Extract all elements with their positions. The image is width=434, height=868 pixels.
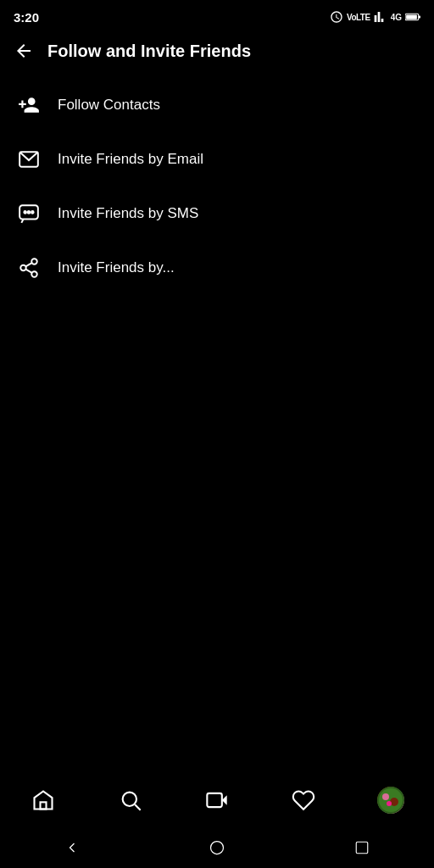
home-icon xyxy=(31,788,55,812)
follow-contacts-item[interactable]: Follow Contacts xyxy=(0,78,434,132)
android-back-button[interactable] xyxy=(47,831,97,865)
svg-rect-2 xyxy=(419,16,420,19)
status-icons: VoLTE 4G xyxy=(330,10,420,24)
invite-other-label: Invite Friends by... xyxy=(58,259,175,276)
android-nav xyxy=(0,827,434,868)
battery-icon xyxy=(405,12,420,22)
android-recent-button[interactable] xyxy=(337,831,387,865)
invite-sms-item[interactable]: Invite Friends by SMS xyxy=(0,186,434,241)
nav-search[interactable] xyxy=(109,783,152,817)
follow-contacts-label: Follow Contacts xyxy=(58,97,160,114)
bottom-nav xyxy=(0,773,434,827)
svg-rect-24 xyxy=(356,842,368,854)
svg-point-9 xyxy=(20,265,26,271)
svg-line-15 xyxy=(135,804,140,810)
svg-point-20 xyxy=(382,793,389,800)
back-button[interactable] xyxy=(14,41,34,61)
svg-point-14 xyxy=(122,793,136,806)
svg-point-10 xyxy=(31,271,37,277)
video-icon xyxy=(205,788,229,812)
nav-video[interactable] xyxy=(196,783,238,817)
nav-profile[interactable] xyxy=(370,783,412,817)
signal-icon xyxy=(374,10,387,24)
invite-other-item[interactable]: Invite Friends by... xyxy=(0,241,434,295)
menu-list: Follow Contacts Invite Friends by Email … xyxy=(0,71,434,302)
status-time: 3:20 xyxy=(14,10,39,25)
page-title: Follow and Invite Friends xyxy=(47,42,251,61)
heart-icon xyxy=(292,788,315,812)
svg-line-11 xyxy=(25,270,31,273)
search-icon xyxy=(119,788,142,812)
nav-home[interactable] xyxy=(22,783,64,817)
svg-point-8 xyxy=(31,259,37,264)
alarm-icon xyxy=(330,10,343,24)
svg-point-5 xyxy=(24,211,26,214)
svg-rect-13 xyxy=(41,802,47,809)
volte-icon: VoLTE xyxy=(347,13,370,22)
svg-point-7 xyxy=(31,211,34,214)
svg-rect-1 xyxy=(406,14,417,19)
android-home-button[interactable] xyxy=(192,831,242,865)
invite-email-label: Invite Friends by Email xyxy=(58,151,203,168)
invite-sms-label: Invite Friends by SMS xyxy=(58,205,198,222)
svg-point-23 xyxy=(210,842,223,854)
sms-icon xyxy=(17,202,41,225)
nav-likes[interactable] xyxy=(282,783,325,817)
add-person-icon xyxy=(17,93,41,117)
4g-icon: 4G xyxy=(391,13,402,22)
svg-rect-16 xyxy=(207,793,222,807)
share-icon xyxy=(17,256,41,280)
avatar xyxy=(377,787,404,814)
invite-email-item[interactable]: Invite Friends by Email xyxy=(0,132,434,186)
header: Follow and Invite Friends xyxy=(0,31,434,71)
svg-point-6 xyxy=(28,211,31,214)
status-bar: 3:20 VoLTE 4G xyxy=(0,0,434,31)
svg-line-12 xyxy=(25,263,31,266)
svg-point-22 xyxy=(387,801,392,806)
email-icon xyxy=(17,147,41,171)
